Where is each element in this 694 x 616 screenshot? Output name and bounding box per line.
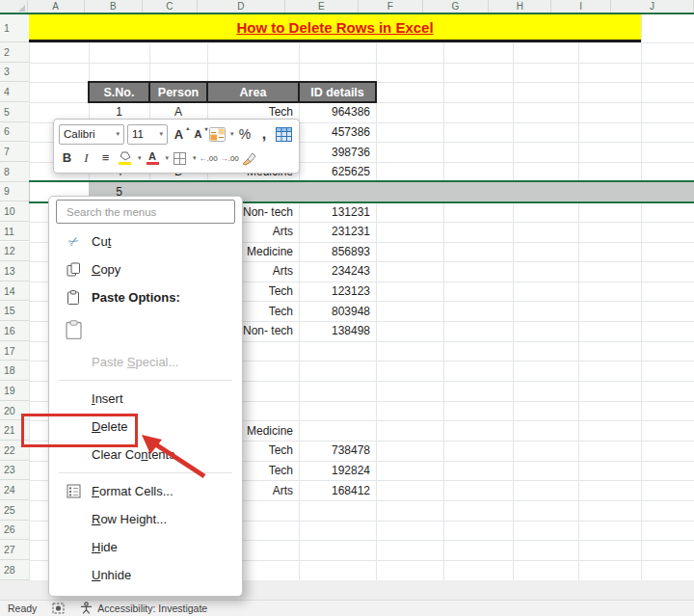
- fill-color-button[interactable]: [117, 148, 133, 169]
- menu-item-row-height[interactable]: Row Height...: [49, 505, 242, 533]
- percent-style-button[interactable]: %: [237, 124, 254, 145]
- chevron-down-icon[interactable]: ▾: [166, 154, 170, 162]
- table-header-area[interactable]: Area: [206, 81, 300, 103]
- row-header-12[interactable]: 12: [0, 242, 29, 262]
- cell-E7[interactable]: 398736: [299, 142, 376, 162]
- menu-item-format-cells[interactable]: Format Cells...: [49, 477, 242, 505]
- cell-E24[interactable]: 168412: [299, 480, 376, 500]
- table-header-id-details[interactable]: ID details: [298, 81, 377, 103]
- menu-search-box[interactable]: [56, 200, 235, 224]
- search-input[interactable]: [65, 205, 227, 219]
- cell-E8[interactable]: 625625: [299, 162, 376, 182]
- row-header-15[interactable]: 15: [0, 301, 29, 321]
- column-header-H[interactable]: H: [489, 0, 551, 13]
- row-header-28[interactable]: 28: [0, 560, 29, 580]
- row-number: 18: [0, 364, 15, 376]
- menu-item-insert[interactable]: Insert: [49, 385, 242, 413]
- row-header-23[interactable]: 23: [0, 461, 29, 481]
- menu-item-label: Row Height...: [92, 512, 167, 526]
- row-header-16[interactable]: 16: [0, 321, 29, 341]
- chevron-down-icon[interactable]: ▾: [138, 154, 142, 162]
- cell-E12[interactable]: 856893: [299, 242, 376, 262]
- row-header-24[interactable]: 24: [0, 480, 29, 500]
- paste-button[interactable]: [49, 311, 242, 348]
- row-header-2[interactable]: 2: [0, 42, 29, 63]
- menu-item-label: Format Cells...: [92, 484, 174, 498]
- font-name-select[interactable]: Calibri ▾: [59, 124, 124, 145]
- row-header-5[interactable]: 5: [0, 102, 29, 122]
- row-header-6[interactable]: 6: [0, 122, 29, 143]
- row-header-10[interactable]: 10: [0, 201, 29, 222]
- menu-item-hide[interactable]: Hide: [49, 533, 242, 561]
- cell-E23[interactable]: 192824: [299, 461, 376, 481]
- font-color-button[interactable]: A: [145, 148, 161, 169]
- row-number: 6: [0, 125, 10, 137]
- format-painter-button[interactable]: [242, 148, 258, 169]
- row-header-4[interactable]: 4: [0, 82, 29, 102]
- cell-E22[interactable]: 738478: [299, 441, 376, 461]
- column-header-C[interactable]: C: [143, 0, 198, 13]
- row-number: 12: [0, 245, 15, 256]
- font-size-select[interactable]: 11 ▾: [127, 124, 168, 145]
- align-center-button[interactable]: ≡: [97, 148, 114, 169]
- conditional-formatting-button[interactable]: [209, 124, 226, 145]
- cell-E10[interactable]: 131231: [299, 201, 376, 222]
- comma-style-button[interactable]: ,: [256, 124, 273, 145]
- menu-item-label: Paste Options:: [92, 290, 180, 305]
- table-header-person[interactable]: Person: [148, 81, 208, 103]
- cell-E13[interactable]: 234243: [299, 261, 376, 281]
- column-header-D[interactable]: D: [198, 0, 285, 13]
- row-number: 10: [0, 205, 15, 217]
- column-header-E[interactable]: E: [285, 0, 359, 13]
- italic-button[interactable]: I: [78, 148, 94, 169]
- row-header-18[interactable]: 18: [0, 361, 29, 381]
- row-header-25[interactable]: 25: [0, 500, 29, 521]
- cell-E11[interactable]: 231231: [299, 222, 376, 242]
- column-header-F[interactable]: F: [359, 0, 423, 13]
- chevron-down-icon[interactable]: ▾: [230, 130, 234, 138]
- context-menu: ✂CutCopyPaste Options:Paste Special...In…: [48, 196, 243, 597]
- row-header-11[interactable]: 11: [0, 222, 29, 242]
- gridline: [29, 63, 694, 64]
- format-as-table-button[interactable]: [276, 124, 292, 145]
- cell-E6[interactable]: 457386: [299, 122, 376, 143]
- column-header-I[interactable]: I: [551, 0, 611, 13]
- table-header-s-no-[interactable]: S.No.: [88, 81, 150, 103]
- macro-record-icon[interactable]: [52, 603, 65, 614]
- decrease-font-size-button[interactable]: A▾: [190, 124, 206, 145]
- column-header-A[interactable]: A: [28, 0, 85, 13]
- title-banner-cell[interactable]: How to Delete Rows in Excel: [29, 14, 641, 42]
- row-header-14[interactable]: 14: [0, 281, 29, 302]
- increase-font-size-button[interactable]: A▴: [171, 124, 187, 145]
- row-header-26[interactable]: 26: [0, 521, 29, 541]
- row-header-8[interactable]: 8: [0, 162, 29, 182]
- row-header-19[interactable]: 19: [0, 381, 29, 401]
- bold-button[interactable]: B: [59, 148, 75, 169]
- decrease-decimal-button[interactable]: →.00: [221, 148, 239, 169]
- row-header-1[interactable]: 1: [0, 14, 29, 42]
- menu-item-cut[interactable]: ✂Cut: [49, 228, 242, 255]
- menu-item-paste-options[interactable]: Paste Options:: [49, 283, 242, 311]
- row-header-13[interactable]: 13: [0, 261, 29, 281]
- select-all-corner[interactable]: [0, 0, 28, 13]
- menu-item-unhide[interactable]: Unhide: [49, 561, 242, 589]
- row-number: 27: [0, 544, 15, 555]
- borders-button[interactable]: [172, 148, 188, 169]
- menu-item-paste-special[interactable]: Paste Special...: [49, 348, 242, 376]
- row-header-9[interactable]: 9: [0, 182, 29, 202]
- cell-E16[interactable]: 138498: [299, 321, 376, 341]
- row-header-3[interactable]: 3: [0, 63, 29, 83]
- row-header-7[interactable]: 7: [0, 142, 29, 162]
- menu-item-copy[interactable]: Copy: [49, 255, 242, 283]
- column-header-J[interactable]: J: [611, 0, 694, 13]
- chevron-down-icon[interactable]: ▾: [193, 154, 197, 162]
- cell-E14[interactable]: 123123: [299, 281, 376, 302]
- column-header-G[interactable]: G: [423, 0, 490, 13]
- cell-E5[interactable]: 964386: [299, 102, 376, 122]
- increase-decimal-button[interactable]: ←.00: [200, 148, 218, 169]
- row-header-17[interactable]: 17: [0, 341, 29, 362]
- row-header-27[interactable]: 27: [0, 540, 29, 560]
- accessibility-status[interactable]: Accessibility: Investigate: [80, 602, 207, 616]
- cell-E15[interactable]: 803948: [299, 301, 376, 321]
- column-header-B[interactable]: B: [85, 0, 143, 13]
